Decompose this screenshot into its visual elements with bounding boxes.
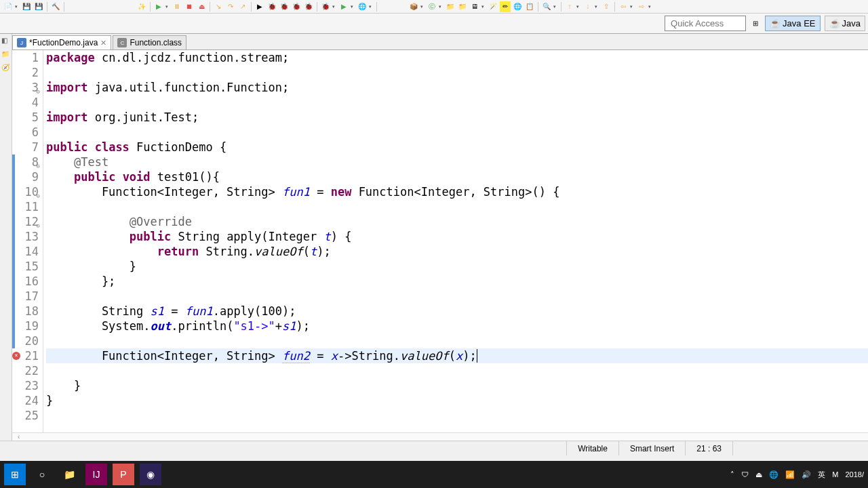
next-annot-icon[interactable]: ↓ xyxy=(583,1,593,12)
windows-taskbar: ⊞ ○ 📁 IJ P ◉ ˄ 🛡 ⏏ 🌐 📶 🔊 英 M 2018/ xyxy=(0,461,868,488)
run2-icon[interactable]: ▶ xyxy=(338,1,349,12)
debug-run-icon[interactable]: 🐞 xyxy=(320,1,331,12)
code-editor[interactable]: 123⊖45678⊖910⊖1112⊖131415161718192021×22… xyxy=(12,50,868,432)
perspective-java-ee[interactable]: ☕ Java EE xyxy=(765,16,820,31)
quick-access-input[interactable] xyxy=(665,16,746,31)
restore-icon[interactable]: ◧ xyxy=(1,37,11,46)
start-button[interactable]: ⊞ xyxy=(4,464,26,485)
close-icon[interactable]: ✕ xyxy=(100,39,106,47)
perspective-bar: ⊞ ☕ Java EE ☕ Java xyxy=(0,14,868,34)
save-all-icon[interactable]: 💾 xyxy=(33,1,44,12)
open-perspective-icon[interactable]: ⊞ xyxy=(750,18,761,29)
powerpoint-icon[interactable]: P xyxy=(113,464,134,485)
editor-tab-bar: J *FuctionDemo.java ✕ C Function.class xyxy=(12,34,868,50)
debug3-icon[interactable]: 🐞 xyxy=(291,1,302,12)
tray-m-icon[interactable]: M xyxy=(832,470,838,479)
status-bar: Writable Smart Insert 21 : 63 xyxy=(0,441,868,455)
tray-app-icon[interactable]: 🛡 xyxy=(741,470,749,479)
pause-icon[interactable]: ⏸ xyxy=(172,1,182,12)
back-icon[interactable]: ⇦ xyxy=(618,1,629,12)
java-ee-icon: ☕ xyxy=(770,18,781,28)
tray-chevron-icon[interactable]: ˄ xyxy=(730,470,734,479)
build-icon[interactable]: 🔨 xyxy=(50,1,61,12)
nav-icon[interactable]: 🧭 xyxy=(1,64,11,73)
tab-function-class[interactable]: C Function.class xyxy=(113,35,186,49)
save-icon[interactable]: 💾 xyxy=(21,1,32,12)
dropdown-icon[interactable]: ▾ xyxy=(15,1,20,12)
disconnect-icon[interactable]: ⏏ xyxy=(196,1,207,12)
step-into-icon[interactable]: ↘ xyxy=(213,1,224,12)
tray-network-icon[interactable]: 🌐 xyxy=(769,470,778,479)
file-explorer-icon[interactable]: 📁 xyxy=(58,464,80,485)
java-icon: ☕ xyxy=(829,18,840,28)
tray-date[interactable]: 2018/ xyxy=(845,470,864,479)
external-icon[interactable]: 🌐 xyxy=(357,1,368,12)
wizard-icon[interactable]: 🪄 xyxy=(488,1,498,12)
step-return-icon[interactable]: ↗ xyxy=(237,1,248,12)
new-pkg-icon[interactable]: 📦 xyxy=(408,1,419,12)
status-writable: Writable xyxy=(566,441,618,455)
error-marker-icon[interactable]: × xyxy=(12,352,20,360)
folder-icon[interactable]: 📁 xyxy=(445,1,456,12)
browser-icon[interactable]: 🌐 xyxy=(512,1,523,12)
perspective-java[interactable]: ☕ Java xyxy=(825,16,865,31)
code-body[interactable]: package cn.dl.jcdz.function.stream;impor… xyxy=(43,50,868,432)
tray-ime-icon[interactable]: 英 xyxy=(818,470,825,480)
main-toolbar: 📄▾ 💾 💾 🔨 ✨ ▶▾ ⏸ ⏹ ⏏ ↘ ↷ ↗ ▶ 🐞 🐞 🐞 🐞 🐞▾ ▶… xyxy=(0,0,868,14)
run-icon[interactable]: ▶ xyxy=(153,1,164,12)
horizontal-scrollbar[interactable]: ‹ xyxy=(12,432,868,441)
status-insert-mode: Smart Insert xyxy=(618,441,685,455)
line-gutter: 123⊖45678⊖910⊖1112⊖131415161718192021×22… xyxy=(12,50,43,432)
resume-icon[interactable]: ▶ xyxy=(254,1,265,12)
new-class-icon[interactable]: Ⓒ xyxy=(427,1,437,12)
forward-icon[interactable]: ⇨ xyxy=(636,1,647,12)
fold-icon[interactable]: ⊖ xyxy=(33,159,40,165)
fold-icon[interactable]: ⊖ xyxy=(33,188,40,195)
highlight-icon[interactable]: ✏ xyxy=(500,1,511,12)
new-icon[interactable]: 📄 xyxy=(3,1,14,12)
tray-usb-icon[interactable]: ⏏ xyxy=(755,470,762,479)
debug4-icon[interactable]: 🐞 xyxy=(303,1,314,12)
left-trim: ◧ 📁 🧭 xyxy=(0,34,12,441)
cortana-icon[interactable]: ○ xyxy=(31,464,53,485)
tray-volume-icon[interactable]: 🔊 xyxy=(802,470,811,479)
step-over-icon[interactable]: ↷ xyxy=(225,1,236,12)
pkg-explorer-icon[interactable]: 📁 xyxy=(1,50,11,60)
debug2-icon[interactable]: 🐞 xyxy=(279,1,290,12)
eclipse-icon[interactable]: ◉ xyxy=(140,464,161,485)
search-icon[interactable]: 🔍 xyxy=(541,1,552,12)
stop-icon[interactable]: ⏹ xyxy=(184,1,195,12)
debug-bug-icon[interactable]: 🐞 xyxy=(267,1,277,12)
server-icon[interactable]: 🖥 xyxy=(469,1,480,12)
fold-icon[interactable]: ⊖ xyxy=(33,84,40,91)
prev-annot-icon[interactable]: ↑ xyxy=(564,1,575,12)
java-file-icon: J xyxy=(17,38,26,47)
doc-icon[interactable]: 📋 xyxy=(524,1,535,12)
wand-icon[interactable]: ✨ xyxy=(136,1,147,12)
class-file-icon: C xyxy=(117,38,127,47)
intellij-icon[interactable]: IJ xyxy=(85,464,107,485)
tray-wifi-icon[interactable]: 📶 xyxy=(785,470,795,479)
tab-fuctiondemo[interactable]: J *FuctionDemo.java ✕ xyxy=(12,35,111,49)
folder2-icon[interactable]: 📁 xyxy=(457,1,468,12)
fold-icon[interactable]: ⊖ xyxy=(33,218,40,225)
up-icon[interactable]: ⇧ xyxy=(601,1,612,12)
status-cursor-pos: 21 : 63 xyxy=(685,441,732,455)
